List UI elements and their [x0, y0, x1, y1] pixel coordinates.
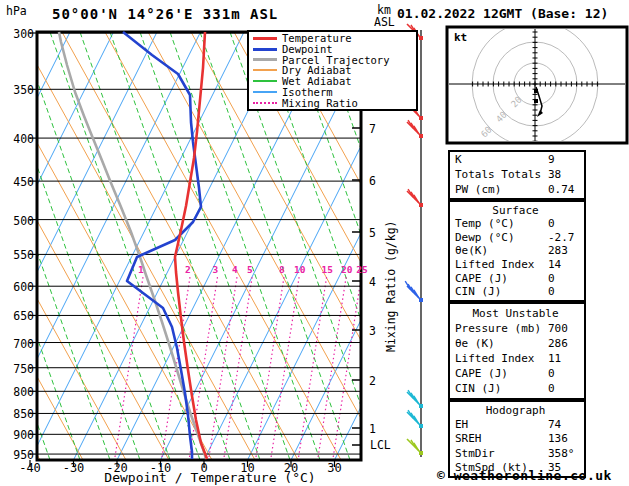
- km-tick-6: 6: [369, 174, 376, 188]
- index-row-cape-j-: CAPE (J)0: [455, 368, 584, 380]
- station-title: 50°00'N 14°26'E 331m ASL: [52, 6, 278, 22]
- legend-swatch-icon: [253, 48, 277, 51]
- pressure-tick-350: 350: [0, 83, 34, 97]
- legend-item-label: Dry Adiabat: [282, 65, 352, 75]
- index-label: CAPE (J): [455, 272, 508, 285]
- index-value: 286: [548, 338, 568, 350]
- km-tick-5: 5: [369, 226, 376, 240]
- indices-box-surface: SurfaceTemp (°C)0Dewp (°C)-2.7θe(K)283Li…: [448, 200, 586, 302]
- index-label: Temp (°C): [455, 217, 515, 230]
- legend-item-label: Isotherm: [282, 87, 333, 97]
- index-value: 358°: [548, 448, 575, 460]
- km-tick-4: 4: [369, 275, 376, 289]
- km-tick-1: 1: [369, 422, 376, 436]
- index-value: 0: [548, 273, 555, 285]
- pressure-tick-750: 750: [0, 362, 34, 376]
- index-label: Lifted Index: [455, 258, 534, 271]
- index-label: Totals Totals: [455, 168, 541, 181]
- index-value: 14: [548, 259, 561, 271]
- copyright-footer: © weatheronline.co.uk: [437, 468, 612, 483]
- index-label: StmDir: [455, 447, 495, 460]
- hodograph: [447, 21, 627, 147]
- mixing-tick-15: 15: [322, 264, 333, 275]
- pressure-tick-800: 800: [0, 385, 34, 399]
- run-datetime: 01.02.2022 12GMT (Base: 12): [397, 6, 608, 21]
- legend-item-label: Mixing Ratio: [282, 98, 358, 108]
- legend-swatch-icon: [253, 69, 277, 71]
- index-label: CIN (J): [455, 285, 501, 298]
- index-label: PW (cm): [455, 183, 501, 196]
- index-value: 0.74: [548, 184, 575, 196]
- legend-swatch-icon: [253, 80, 277, 82]
- index-row-lifted-index: Lifted Index11: [455, 353, 584, 365]
- pressure-tick-900: 900: [0, 428, 34, 442]
- pressure-tick-450: 450: [0, 175, 34, 189]
- index-label: θe (K): [455, 337, 495, 350]
- index-row-totals-totals: Totals Totals38: [455, 169, 584, 181]
- pressure-tick-650: 650: [0, 309, 34, 323]
- pressure-tick-950: 950: [0, 448, 34, 462]
- index-value: -2.7: [548, 232, 575, 244]
- pressure-tick-300: 300: [0, 27, 34, 41]
- mixing-ratio-axis-title: Mixing Ratio (g/kg): [384, 142, 398, 352]
- index-row-dewp-c-: Dewp (°C)-2.7: [455, 232, 584, 244]
- x-axis-title: Dewpoint / Temperature (°C): [50, 470, 370, 485]
- legend-item-parcel-trajectory: Parcel Trajectory: [253, 55, 416, 65]
- index-value: 11: [548, 353, 561, 365]
- index-value: 74: [548, 419, 561, 431]
- index-label: CAPE (J): [455, 367, 508, 380]
- indices-box-title: Most Unstable: [455, 307, 584, 320]
- index-value: 0: [548, 383, 555, 395]
- indices-box-title: Hodograph: [455, 404, 584, 417]
- indices-box-hodograph: HodographEH74SREH136StmDir358°StmSpd (kt…: [448, 400, 586, 478]
- index-value: 38: [548, 169, 561, 181]
- pressure-tick-500: 500: [0, 214, 34, 228]
- legend-item-temperature: Temperature: [253, 33, 416, 43]
- legend-swatch-icon: [253, 91, 277, 93]
- index-row--e-k-: θe (K)286: [455, 338, 584, 350]
- index-value: 700: [548, 323, 568, 335]
- legend-box: TemperatureDewpointParcel TrajectoryDry …: [247, 30, 418, 111]
- indices-box-title: Surface: [455, 204, 584, 217]
- index-value: 0: [548, 368, 555, 380]
- legend-item-isotherm: Isotherm: [253, 87, 416, 97]
- index-row-pw-cm-: PW (cm)0.74: [455, 184, 584, 196]
- index-row-eh: EH74: [455, 419, 584, 431]
- index-row-sreh: SREH136: [455, 433, 584, 445]
- legend-item-label: Temperature: [282, 33, 352, 43]
- km-tick-7: 7: [369, 122, 376, 136]
- pressure-tick-700: 700: [0, 337, 34, 351]
- index-row-cin-j-: CIN (J)0: [455, 286, 584, 298]
- legend-item-dry-adiabat: Dry Adiabat: [253, 65, 416, 75]
- index-label: Dewp (°C): [455, 231, 515, 244]
- index-value: 9: [548, 154, 555, 166]
- km-tick-2: 2: [369, 374, 376, 388]
- mixing-tick-20: 20: [341, 264, 352, 275]
- index-row-temp-c-: Temp (°C)0: [455, 218, 584, 230]
- mixing-tick-2: 2: [185, 264, 191, 275]
- pressure-unit-label: hPa: [6, 4, 27, 18]
- index-value: 0: [548, 286, 555, 298]
- index-row-k: K9: [455, 154, 584, 166]
- pressure-tick-400: 400: [0, 132, 34, 146]
- sounding-page: hPa 50°00'N 14°26'E 331m ASL km ASL 01.0…: [0, 0, 629, 486]
- legend-swatch-icon: [253, 58, 277, 61]
- index-value: 283: [548, 245, 568, 257]
- index-label: SREH: [455, 432, 482, 445]
- legend-item-label: Dewpoint: [282, 44, 333, 54]
- index-label: Lifted Index: [455, 352, 534, 365]
- temp-tick--40: -40: [12, 461, 48, 475]
- km-tick-3: 3: [369, 324, 376, 338]
- index-value: 136: [548, 433, 568, 445]
- mixing-tick-10: 10: [294, 264, 305, 275]
- legend-item-wet-adiabat: Wet Adiabat: [253, 76, 416, 86]
- indices-box-most-unstable: Most UnstablePressure (mb)700θe (K)286Li…: [448, 302, 586, 400]
- mixing-tick-5: 5: [247, 264, 253, 275]
- index-row--e-k-: θe(K)283: [455, 245, 584, 257]
- legend-item-dewpoint: Dewpoint: [253, 44, 416, 54]
- index-label: EH: [455, 418, 468, 431]
- legend-item-mixing-ratio: Mixing Ratio: [253, 98, 416, 108]
- height-unit-asl: ASL: [374, 15, 395, 29]
- index-row-lifted-index: Lifted Index14: [455, 259, 584, 271]
- mixing-tick-4: 4: [232, 264, 238, 275]
